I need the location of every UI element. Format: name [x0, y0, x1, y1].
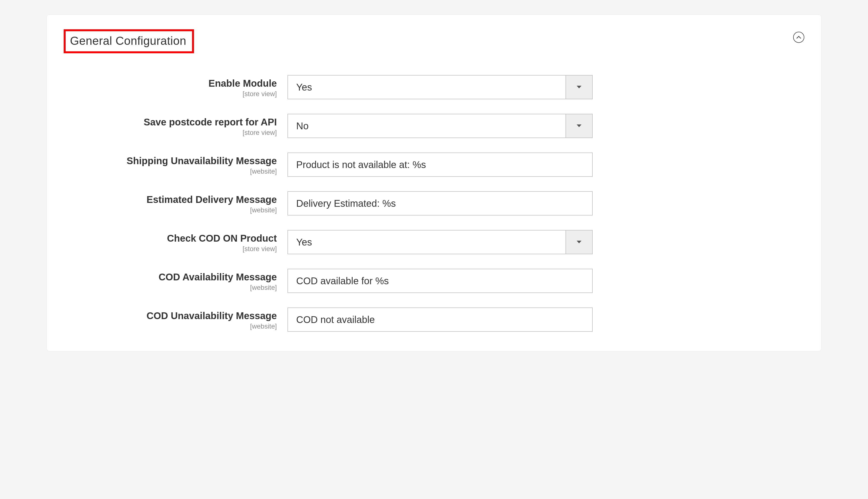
field-scope: [store view]	[98, 245, 277, 253]
chevron-down-icon	[576, 124, 582, 127]
label-col: COD Unavailability Message [website]	[98, 307, 277, 330]
chevron-up-icon	[796, 36, 801, 39]
field-label: COD Unavailability Message	[98, 310, 277, 321]
field-label: Save postcode report for API	[98, 116, 277, 128]
field-label: Shipping Unavailability Message	[98, 155, 277, 167]
field-label: Estimated Delivery Message	[98, 194, 277, 205]
field-scope: [website]	[98, 322, 277, 330]
field-label: COD Availability Message	[98, 271, 277, 283]
label-col: Shipping Unavailability Message [website…	[98, 153, 277, 175]
cod-unavailability-message-input[interactable]	[288, 307, 593, 332]
estimated-delivery-message-input[interactable]	[288, 191, 593, 216]
label-col: Save postcode report for API [store view…	[98, 114, 277, 136]
input-col: Yes	[288, 75, 593, 99]
input-col	[288, 191, 593, 216]
input-col: Yes	[288, 230, 593, 254]
row-shipping-unavailability-message: Shipping Unavailability Message [website…	[98, 153, 804, 177]
field-scope: [website]	[98, 206, 277, 214]
chevron-down-icon	[576, 85, 582, 89]
label-col: Enable Module [store view]	[98, 75, 277, 98]
general-configuration-panel: General Configuration Enable Module [sto…	[47, 14, 821, 351]
row-estimated-delivery-message: Estimated Delivery Message [website]	[98, 191, 804, 216]
panel-title-highlight: General Configuration	[64, 29, 194, 53]
field-scope: [store view]	[98, 129, 277, 136]
input-col	[288, 307, 593, 332]
collapse-toggle-button[interactable]	[793, 32, 804, 43]
select-value: Yes	[288, 75, 566, 99]
input-col	[288, 269, 593, 293]
field-label: Enable Module	[98, 77, 277, 89]
row-enable-module: Enable Module [store view] Yes	[98, 75, 804, 99]
row-check-cod-on-product: Check COD ON Product [store view] Yes	[98, 230, 804, 254]
select-value: No	[288, 114, 566, 137]
enable-module-select[interactable]: Yes	[288, 75, 593, 99]
field-scope: [website]	[98, 168, 277, 175]
row-save-postcode-report: Save postcode report for API [store view…	[98, 114, 804, 138]
dropdown-arrow	[566, 231, 592, 254]
label-col: Check COD ON Product [store view]	[98, 230, 277, 253]
select-value: Yes	[288, 231, 566, 254]
save-postcode-report-select[interactable]: No	[288, 114, 593, 138]
dropdown-arrow	[566, 75, 592, 99]
config-form: Enable Module [store view] Yes Save post…	[64, 75, 804, 332]
input-col: No	[288, 114, 593, 138]
row-cod-unavailability-message: COD Unavailability Message [website]	[98, 307, 804, 332]
field-scope: [store view]	[98, 90, 277, 98]
check-cod-on-product-select[interactable]: Yes	[288, 230, 593, 254]
panel-title: General Configuration	[70, 34, 186, 47]
dropdown-arrow	[566, 114, 592, 137]
row-cod-availability-message: COD Availability Message [website]	[98, 269, 804, 293]
label-col: Estimated Delivery Message [website]	[98, 191, 277, 214]
chevron-down-icon	[576, 241, 582, 244]
field-label: Check COD ON Product	[98, 232, 277, 244]
input-col	[288, 153, 593, 177]
panel-header: General Configuration	[64, 29, 804, 53]
cod-availability-message-input[interactable]	[288, 269, 593, 293]
shipping-unavailability-message-input[interactable]	[288, 153, 593, 177]
label-col: COD Availability Message [website]	[98, 269, 277, 292]
field-scope: [website]	[98, 284, 277, 292]
